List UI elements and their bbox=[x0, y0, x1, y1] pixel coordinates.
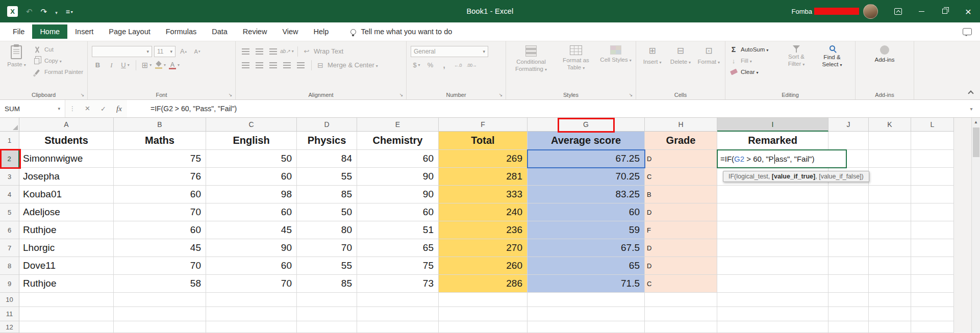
cell-C4[interactable]: 98 bbox=[206, 186, 297, 203]
cell-F5[interactable]: 240 bbox=[439, 203, 527, 221]
tab-file[interactable]: File bbox=[5, 24, 32, 39]
percent-style-button[interactable] bbox=[424, 60, 436, 71]
column-header-E[interactable]: E bbox=[357, 118, 439, 132]
cell-E9[interactable]: 73 bbox=[357, 275, 439, 293]
cell-F6[interactable]: 236 bbox=[439, 221, 527, 239]
cell-styles-button[interactable]: Cell Styles bbox=[600, 43, 632, 90]
cell-D3[interactable]: 55 bbox=[297, 168, 357, 186]
cell-D5[interactable]: 50 bbox=[297, 203, 357, 221]
cell-B9[interactable]: 58 bbox=[114, 275, 206, 293]
cell-G9[interactable]: 71.5 bbox=[527, 275, 645, 293]
cell[interactable] bbox=[869, 168, 911, 186]
cell[interactable] bbox=[717, 275, 828, 293]
cell[interactable] bbox=[828, 132, 869, 150]
cell-A1[interactable]: Students bbox=[19, 132, 114, 150]
cell[interactable] bbox=[206, 307, 297, 321]
column-header-I[interactable]: I bbox=[717, 118, 828, 132]
cell-F7[interactable]: 270 bbox=[439, 239, 527, 257]
alignment-dialog-launcher[interactable] bbox=[398, 92, 404, 98]
cell[interactable] bbox=[828, 293, 869, 307]
row-header-6[interactable]: 6 bbox=[0, 221, 19, 239]
cell-C2[interactable]: 50 bbox=[206, 150, 297, 168]
cell[interactable] bbox=[297, 293, 357, 307]
cell-B3[interactable]: 76 bbox=[114, 168, 206, 186]
cell[interactable] bbox=[357, 307, 439, 321]
column-header-A[interactable]: A bbox=[19, 118, 114, 132]
cell-H3[interactable]: C bbox=[645, 168, 717, 186]
cell-H6[interactable]: F bbox=[645, 221, 717, 239]
cell-G8[interactable]: 65 bbox=[527, 257, 645, 275]
cell[interactable] bbox=[911, 307, 954, 321]
row-header-1[interactable]: 1 bbox=[0, 132, 19, 150]
customize-qat-icon[interactable] bbox=[66, 8, 73, 15]
fill-button[interactable]: Fill bbox=[730, 57, 776, 64]
cell-G4[interactable]: 83.25 bbox=[527, 186, 645, 203]
cell[interactable] bbox=[439, 307, 527, 321]
ribbon-display-options-icon[interactable] bbox=[886, 0, 910, 22]
cell-H7[interactable]: D bbox=[645, 239, 717, 257]
cell[interactable] bbox=[527, 307, 645, 321]
cell-A8[interactable]: Dove11 bbox=[19, 257, 114, 275]
clipboard-dialog-launcher[interactable] bbox=[80, 92, 85, 98]
column-header-H[interactable]: H bbox=[645, 118, 717, 132]
cell-F1[interactable]: Total bbox=[439, 132, 527, 150]
cancel-button[interactable] bbox=[80, 100, 95, 117]
borders-button[interactable] bbox=[141, 60, 153, 71]
cell-D9[interactable]: 85 bbox=[297, 275, 357, 293]
row-header-4[interactable]: 4 bbox=[0, 186, 19, 203]
cell[interactable] bbox=[717, 186, 828, 203]
cell-E2[interactable]: 60 bbox=[357, 150, 439, 168]
cell-C9[interactable]: 70 bbox=[206, 275, 297, 293]
merge-center-button[interactable]: Merge & Center bbox=[316, 61, 378, 69]
row-header-9[interactable]: 9 bbox=[0, 275, 19, 293]
number-format-combobox[interactable]: General bbox=[411, 46, 488, 57]
cell[interactable] bbox=[828, 186, 869, 203]
cell-G7[interactable]: 67.5 bbox=[527, 239, 645, 257]
name-box[interactable]: SUM bbox=[0, 100, 65, 117]
cell[interactable] bbox=[717, 321, 828, 333]
row-header-2[interactable]: 2 bbox=[0, 150, 19, 168]
column-header-J[interactable]: J bbox=[828, 118, 869, 132]
accounting-format-button[interactable] bbox=[411, 60, 422, 71]
font-dialog-launcher[interactable] bbox=[228, 92, 233, 98]
cell-C3[interactable]: 60 bbox=[206, 168, 297, 186]
cell[interactable] bbox=[828, 321, 869, 333]
cell-H1[interactable]: Grade bbox=[645, 132, 717, 150]
cell[interactable] bbox=[206, 321, 297, 333]
cell-B1[interactable]: Maths bbox=[114, 132, 206, 150]
format-as-table-button[interactable]: Format as Table bbox=[556, 43, 596, 90]
cell[interactable] bbox=[911, 203, 954, 221]
font-color-button[interactable] bbox=[168, 60, 180, 71]
increase-decimal-button[interactable] bbox=[452, 60, 464, 71]
decrease-indent-button[interactable] bbox=[281, 60, 293, 71]
cell-E8[interactable]: 75 bbox=[357, 257, 439, 275]
cell[interactable] bbox=[114, 307, 206, 321]
row-header-8[interactable]: 8 bbox=[0, 257, 19, 275]
cell-E5[interactable]: 60 bbox=[357, 203, 439, 221]
cell[interactable] bbox=[828, 257, 869, 275]
cell-A6[interactable]: Ruthjoe bbox=[19, 221, 114, 239]
cell[interactable] bbox=[911, 293, 954, 307]
align-center-button[interactable] bbox=[254, 60, 265, 71]
cell-E1[interactable]: Chemistry bbox=[357, 132, 439, 150]
cell-C8[interactable]: 60 bbox=[206, 257, 297, 275]
cell[interactable] bbox=[869, 239, 911, 257]
row-header-11[interactable]: 11 bbox=[0, 307, 19, 321]
bold-button[interactable] bbox=[92, 60, 104, 71]
increase-font-size-button[interactable] bbox=[178, 46, 189, 57]
cell[interactable] bbox=[717, 203, 828, 221]
expand-formula-bar-icon[interactable] bbox=[963, 100, 980, 117]
find-select-button[interactable]: Find &Select bbox=[814, 43, 850, 90]
cell[interactable] bbox=[869, 321, 911, 333]
cell-G6[interactable]: 59 bbox=[527, 221, 645, 239]
scroll-up-icon[interactable] bbox=[972, 118, 980, 126]
cell-D6[interactable]: 80 bbox=[297, 221, 357, 239]
cell[interactable] bbox=[828, 203, 869, 221]
cell[interactable] bbox=[911, 257, 954, 275]
cell[interactable] bbox=[911, 168, 954, 186]
cell-D8[interactable]: 55 bbox=[297, 257, 357, 275]
user-avatar[interactable] bbox=[863, 4, 878, 19]
format-painter-button[interactable]: Format Painter bbox=[33, 68, 83, 75]
orientation-button[interactable] bbox=[281, 46, 293, 57]
italic-button[interactable] bbox=[106, 60, 117, 71]
